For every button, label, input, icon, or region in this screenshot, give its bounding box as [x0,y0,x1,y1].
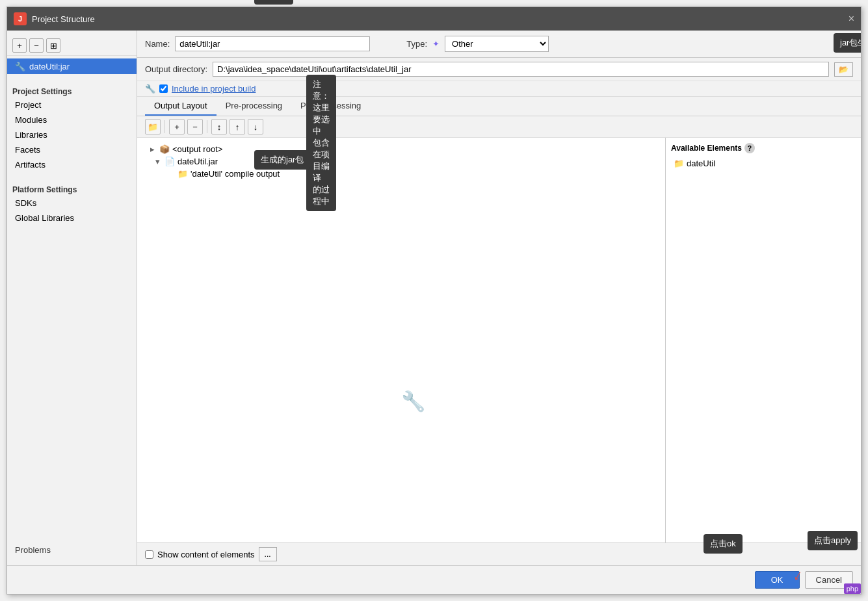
title-bar: J Project Structure × 1 jar包名 [7,7,861,31]
available-elements-title: Available Elements [671,144,742,153]
add-artifact-button[interactable]: + [12,38,27,53]
layout-toolbar: 📁 + − ↕ ↑ ↓ [137,116,861,138]
include-build-checkbox[interactable] [159,84,168,93]
available-elements: Available Elements ? 📁 dateUtil [666,138,861,543]
name-row: Name: [145,36,370,51]
expand-icon-root: ▸ [148,144,157,154]
sidebar-item-libraries[interactable]: Libraries [7,127,137,142]
output-dir-label: Output directory: [145,64,207,74]
sidebar-label-facets: Facets [15,145,40,155]
available-elements-help: ? [744,143,755,153]
avail-item-dateutil[interactable]: 📁 dateUtil [671,157,856,170]
type-icon: ✦ [432,39,440,49]
php-badge: php [844,583,861,594]
tooltip-2: jar包生成路径 [834,33,861,53]
tab-output-layout[interactable]: Output Layout [145,97,217,116]
type-row: Type: ✦ Other JAR Web Application [406,36,549,52]
bottom-bar: Show content of elements ... 6 点击ok [137,543,861,565]
available-elements-header: Available Elements ? [671,143,856,153]
close-button[interactable]: × [848,13,854,25]
output-dir-row: Output directory: 📂 [137,58,861,81]
package-icon: 📦 [159,144,170,154]
tab-pre-processing[interactable]: Pre-processing [217,97,291,116]
sidebar-toolbar: + − ⊞ [7,36,137,56]
sidebar-label-libraries: Libraries [15,130,47,140]
dialog-title: Project Structure [32,14,848,24]
copy-artifact-button[interactable]: ⊞ [46,38,60,53]
app-icon: J [14,12,27,25]
project-structure-dialog: J Project Structure × 1 jar包名 + − ⊞ 🔧 da… [7,6,861,595]
sidebar-label-artifacts: Artifacts [15,160,46,170]
annotation-circle-4: 4 [254,153,269,167]
jar-icon: 🔧 [15,61,25,71]
name-label: Name: [145,39,170,49]
show-content-checkbox[interactable] [145,550,153,559]
browse-button[interactable]: 📂 [834,62,853,77]
sidebar: + − ⊞ 🔧 dateUtil:jar Project Settings Pr… [7,31,137,565]
folder-icon-compile: 📁 [178,169,188,179]
sidebar-item-global-libraries[interactable]: Global Libraries [7,211,137,225]
sidebar-label-project: Project [15,100,41,110]
toolbar-remove-button[interactable]: − [187,119,203,134]
avail-folder-icon: 📁 [674,159,684,168]
dialog-footer: OK Cancel 5 点击apply ↓ php [7,565,861,594]
expand-icon-jar: ▾ [153,157,162,166]
sidebar-item-problems[interactable]: Problems [7,540,137,560]
sidebar-item-artifacts[interactable]: Artifacts [7,157,137,172]
toolbar-up-button[interactable]: ↑ [230,119,245,134]
tree-label-compile: 'dateUtil' compile output [191,169,280,179]
sidebar-item-facets[interactable]: Facets [7,142,137,157]
jar-icon-tree: 📄 [164,157,175,166]
ok-button[interactable]: OK [755,571,800,589]
layout-area: ▸ 📦 <output root> ▾ 📄 dateUtil.jar 4 生成的… [137,138,861,543]
tooltip-1: jar包名 [254,0,293,5]
annotation-circle-1: 1 [254,0,269,2]
name-input[interactable] [175,36,370,51]
more-button[interactable]: ... [259,547,277,561]
sidebar-label-global-libraries: Global Libraries [15,213,74,223]
toolbar-separator [164,120,165,133]
sidebar-item-dateutil-jar[interactable]: 🔧 dateUtil:jar [7,58,137,74]
main-content: Name: Type: ✦ Other JAR Web Application … [137,31,861,565]
tree-label-jar: dateUtil.jar [178,157,218,166]
tab-post-processing[interactable]: Post-processing [291,97,370,116]
toolbar-down-button[interactable]: ↓ [248,119,263,134]
tree-item-compile-output[interactable]: 📁 'dateUtil' compile output [137,168,665,180]
sidebar-item-project[interactable]: Project [7,97,137,112]
artifact-header: Name: Type: ✦ Other JAR Web Application … [137,31,861,58]
toolbar-add-button[interactable]: + [169,119,185,134]
tree-item-jar[interactable]: ▾ 📄 dateUtil.jar 4 生成的jar包 [137,155,665,168]
sidebar-label-problems: Problems [15,545,51,555]
platform-settings-header: Platform Settings [7,180,137,196]
toolbar-sort-button[interactable]: ↕ [211,119,227,134]
include-build-row: 🔧 Include in project build 3 注意：这里要选中 包含… [137,81,861,97]
type-label: Type: [406,39,427,49]
dialog-body: + − ⊞ 🔧 dateUtil:jar Project Settings Pr… [7,31,861,565]
output-dir-input[interactable] [213,62,829,77]
type-select[interactable]: Other JAR Web Application [445,36,549,52]
include-build-icon: 🔧 [145,84,155,94]
remove-artifact-button[interactable]: − [29,38,44,53]
toolbar-separator-2 [207,120,207,133]
avail-item-label: dateUtil [687,159,715,168]
artifact-name: dateUtil:jar [29,62,70,71]
tabs-row: Output Layout Pre-processing Post-proces… [137,97,861,116]
show-content-label[interactable]: Show content of elements [157,550,255,559]
project-settings-header: Project Settings [7,82,137,97]
toolbar-folder-button[interactable]: 📁 [145,119,161,134]
sidebar-label-sdks: SDKs [15,198,36,208]
sidebar-item-modules[interactable]: Modules [7,112,137,127]
decorative-icon: 🔧 [401,390,425,413]
sidebar-label-modules: Modules [15,115,47,125]
sidebar-item-sdks[interactable]: SDKs [7,196,137,211]
tree-item-root[interactable]: ▸ 📦 <output root> [137,143,665,155]
tree-label-root: <output root> [172,144,222,154]
annotation-circle-2: 2 [834,36,848,50]
output-tree: ▸ 📦 <output root> ▾ 📄 dateUtil.jar 4 生成的… [137,138,666,543]
include-build-label[interactable]: Include in project build [172,84,256,94]
